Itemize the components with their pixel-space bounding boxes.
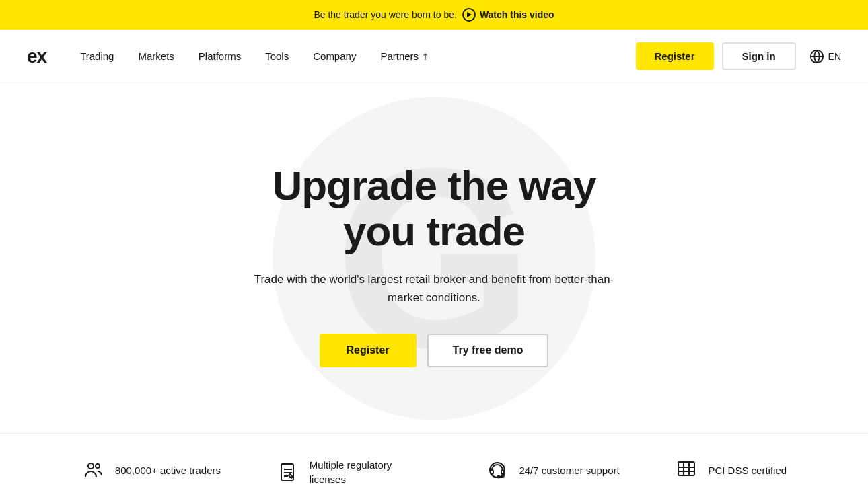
signin-button[interactable]: Sign in — [722, 42, 796, 70]
nav-item-markets[interactable]: Markets — [138, 50, 174, 62]
logo-text: ex — [27, 46, 46, 67]
hero-title-line1: Upgrade the way — [272, 162, 595, 208]
stat-regulatory: Multiple regulatory licenses — [276, 458, 431, 486]
banner-text: Be the trader you were born to be. — [314, 9, 456, 20]
nav-links: Trading Markets Platforms Tools Company … — [80, 50, 635, 62]
nav-item-partners[interactable]: Partners ↗ — [380, 50, 429, 62]
svg-point-2 — [88, 463, 94, 469]
svg-rect-12 — [678, 462, 694, 475]
register-button[interactable]: Register — [636, 42, 714, 70]
document-icon — [276, 460, 300, 484]
stat-regulatory-text: Multiple regulatory licenses — [310, 458, 431, 486]
partners-label: Partners — [380, 50, 419, 62]
language-selector[interactable]: EN — [809, 49, 841, 64]
globe-icon — [809, 49, 824, 64]
stat-pci: PCI DSS certified — [674, 458, 787, 482]
svg-point-11 — [498, 476, 500, 478]
watch-video-label: Watch this video — [480, 9, 554, 20]
stat-active-traders-text: 800,000+ active traders — [115, 463, 221, 478]
play-triangle — [467, 12, 472, 17]
external-link-icon: ↗ — [419, 50, 431, 62]
stat-support-text: 24/7 customer support — [519, 463, 619, 478]
watch-video-link[interactable]: Watch this video — [462, 8, 554, 22]
svg-point-3 — [96, 464, 100, 468]
hero-title-line2: you trade — [343, 208, 525, 254]
stat-support: 24/7 customer support — [485, 458, 619, 482]
nav-actions: Register Sign in EN — [636, 42, 841, 70]
nav-item-company[interactable]: Company — [313, 50, 356, 62]
headset-icon — [485, 458, 509, 482]
lang-label: EN — [828, 51, 841, 62]
stat-active-traders: 800,000+ active traders — [81, 458, 221, 482]
hero-content: Upgrade the way you trade Trade with the… — [252, 163, 616, 368]
hero-demo-button[interactable]: Try free demo — [427, 334, 549, 367]
navbar: ex Trading Markets Platforms Tools Compa… — [0, 30, 868, 83]
play-icon — [462, 8, 476, 22]
hero-subtitle: Trade with the world's largest retail br… — [252, 270, 616, 307]
hero-buttons: Register Try free demo — [252, 334, 616, 367]
top-banner: Be the trader you were born to be. Watch… — [0, 0, 868, 30]
hero-title: Upgrade the way you trade — [252, 163, 616, 254]
stats-section: 800,000+ active traders Multiple regulat… — [0, 433, 868, 495]
users-icon — [81, 458, 106, 482]
hero-register-button[interactable]: Register — [320, 334, 417, 367]
hero-section: G Upgrade the way you trade Trade with t… — [0, 83, 868, 433]
svg-rect-10 — [501, 470, 504, 474]
stat-pci-text: PCI DSS certified — [708, 463, 787, 478]
logo[interactable]: ex — [27, 46, 46, 67]
shield-icon — [674, 458, 698, 482]
nav-item-tools[interactable]: Tools — [265, 50, 289, 62]
nav-item-trading[interactable]: Trading — [80, 50, 114, 62]
nav-item-platforms[interactable]: Platforms — [198, 50, 241, 62]
svg-rect-9 — [491, 470, 493, 474]
